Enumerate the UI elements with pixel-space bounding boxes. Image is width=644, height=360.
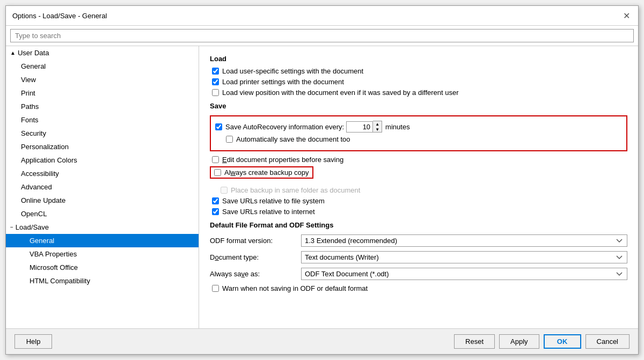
sidebar: ▲ User Data General View Print Paths Fon…	[6, 46, 199, 328]
sidebar-item-label: Advanced	[21, 183, 52, 191]
minutes-input-container: ▲ ▼ minutes	[346, 121, 410, 133]
sidebar-item-label: Paths	[21, 102, 39, 111]
sidebar-item-personalization[interactable]: Personalization	[6, 140, 199, 153]
sidebar-item-paths[interactable]: Paths	[6, 100, 199, 113]
load-view-position-row: Load view position with the document eve…	[210, 89, 627, 97]
bottom-bar: Help Reset Apply OK Cancel	[6, 328, 638, 354]
sidebar-item-label: Microsoft Office	[30, 263, 78, 271]
sidebar-item-label: Application Colors	[21, 156, 77, 164]
document-type-row: Document type: Text documents (Writer) S…	[210, 251, 627, 263]
autorecovery-label: Save AutoRecovery information every:	[225, 123, 344, 131]
load-user-settings-label: Load user-specific settings with the doc…	[222, 67, 363, 75]
spinner-down-button[interactable]: ▼	[373, 127, 382, 132]
save-urls-inet-checkbox[interactable]	[212, 208, 219, 215]
minutes-input[interactable]	[346, 121, 373, 133]
sidebar-item-security[interactable]: Security	[6, 127, 199, 140]
minutes-label: minutes	[385, 123, 410, 131]
titlebar: Options - Load/Save - General ✕	[6, 6, 638, 26]
always-save-label: Always save as:	[210, 270, 301, 278]
help-button[interactable]: Help	[14, 334, 52, 349]
sidebar-item-online-update[interactable]: Online Update	[6, 194, 199, 207]
sidebar-item-advanced[interactable]: Advanced	[6, 180, 199, 194]
collapse-icon: −	[10, 224, 13, 230]
spinner-up-button[interactable]: ▲	[373, 121, 382, 127]
main-panel: Load Load user-specific settings with th…	[199, 46, 638, 328]
collapse-icon: ▲	[10, 50, 16, 56]
apply-button[interactable]: Apply	[499, 334, 539, 349]
edit-props-row: Edit document properties before saving	[210, 156, 627, 164]
sidebar-item-accessibility[interactable]: Accessibility	[6, 167, 199, 180]
sidebar-item-print[interactable]: Print	[6, 86, 199, 100]
odf-version-label: ODF format version:	[210, 237, 301, 245]
sidebar-item-application-colors[interactable]: Application Colors	[6, 153, 199, 167]
save-urls-fs-checkbox[interactable]	[212, 197, 219, 204]
autorecover-section: Save AutoRecovery information every: ▲ ▼…	[210, 115, 627, 151]
sidebar-item-label: Accessibility	[21, 170, 59, 178]
place-backup-checkbox[interactable]	[221, 187, 228, 194]
warn-odf-label: Warn when not saving in ODF or default f…	[222, 284, 368, 292]
save-section-title: Save	[210, 102, 627, 110]
sidebar-item-label: Personalization	[21, 143, 69, 151]
load-printer-settings-label: Load printer settings with the document	[222, 78, 344, 86]
document-type-select[interactable]: Text documents (Writer) Spreadsheets (Ca…	[301, 251, 627, 263]
default-file-section-title: Default File Format and ODF Settings	[210, 221, 627, 229]
sidebar-item-microsoft-office[interactable]: Microsoft Office	[6, 261, 199, 274]
sidebar-item-load-save[interactable]: − Load/Save	[6, 221, 199, 234]
cancel-button[interactable]: Cancel	[586, 334, 630, 349]
sidebar-item-ls-general[interactable]: General	[6, 234, 199, 247]
search-bar	[6, 26, 638, 46]
sidebar-item-view[interactable]: View	[6, 73, 199, 86]
sidebar-item-label: Online Update	[21, 196, 65, 204]
load-printer-settings-row: Load printer settings with the document	[210, 78, 627, 86]
document-type-label: Document type:	[210, 253, 301, 261]
sidebar-item-label: General	[30, 237, 54, 245]
sidebar-item-label: Fonts	[21, 116, 39, 124]
sidebar-item-general-main[interactable]: General	[6, 60, 199, 73]
backup-copy-highlight: Always create backup copy	[210, 166, 313, 179]
sidebar-item-label: General	[21, 62, 46, 70]
place-backup-row: Place backup in same folder as document	[210, 186, 627, 194]
sidebar-item-label: VBA Properties	[30, 250, 77, 258]
autosave-row: Automatically save the document too	[215, 135, 622, 143]
autorecovery-checkbox[interactable]	[215, 123, 222, 130]
sidebar-item-html-compatibility[interactable]: HTML Compatibility	[6, 274, 199, 288]
reset-button[interactable]: Reset	[454, 334, 495, 349]
odf-version-select[interactable]: 1.3 Extended (recommended) 1.2 Extended …	[301, 234, 627, 247]
load-printer-settings-checkbox[interactable]	[212, 78, 219, 85]
dialog-title: Options - Load/Save - General	[12, 12, 107, 20]
sidebar-item-label: HTML Compatibility	[30, 277, 90, 285]
ok-button[interactable]: OK	[544, 334, 581, 349]
load-view-position-label: Load view position with the document eve…	[222, 89, 459, 97]
sidebar-item-vba-properties[interactable]: VBA Properties	[6, 247, 199, 261]
load-user-settings-checkbox[interactable]	[212, 68, 219, 75]
options-dialog: Options - Load/Save - General ✕ ▲ User D…	[5, 5, 639, 355]
sidebar-item-label: Security	[21, 129, 46, 137]
sidebar-item-label: Load/Save	[16, 223, 49, 231]
warn-odf-checkbox[interactable]	[212, 285, 219, 292]
search-input[interactable]	[10, 29, 634, 42]
sidebar-item-label: Print	[21, 89, 35, 97]
save-urls-inet-label: Save URLs relative to internet	[222, 208, 315, 216]
spinner: ▲ ▼	[373, 121, 382, 133]
edit-props-label: Edit document properties before saving	[222, 156, 343, 164]
sidebar-item-opencl[interactable]: OpenCL	[6, 207, 199, 221]
backup-copy-label: Always create backup copy	[224, 168, 309, 177]
sidebar-item-user-data[interactable]: ▲ User Data	[6, 46, 199, 60]
place-backup-label: Place backup in same folder as document	[231, 186, 360, 194]
save-urls-fs-row: Save URLs relative to file system	[210, 197, 627, 205]
sidebar-item-label: View	[21, 76, 36, 84]
always-save-select[interactable]: ODF Text Document (*.odt) Microsoft Word…	[301, 268, 627, 280]
sidebar-item-label: OpenCL	[21, 210, 47, 218]
load-user-settings-row: Load user-specific settings with the doc…	[210, 67, 627, 75]
load-view-position-checkbox[interactable]	[212, 89, 219, 96]
edit-props-checkbox[interactable]	[212, 156, 219, 163]
bottom-right: Reset Apply OK Cancel	[454, 334, 630, 349]
backup-copy-checkbox[interactable]	[214, 169, 221, 176]
sidebar-item-fonts[interactable]: Fonts	[6, 113, 199, 127]
close-button[interactable]: ✕	[621, 10, 632, 21]
autosave-checkbox[interactable]	[226, 136, 233, 143]
load-section-title: Load	[210, 55, 627, 63]
odf-version-row: ODF format version: 1.3 Extended (recomm…	[210, 234, 627, 247]
content-area: ▲ User Data General View Print Paths Fon…	[6, 46, 638, 328]
autorecovery-row: Save AutoRecovery information every: ▲ ▼…	[215, 121, 622, 133]
